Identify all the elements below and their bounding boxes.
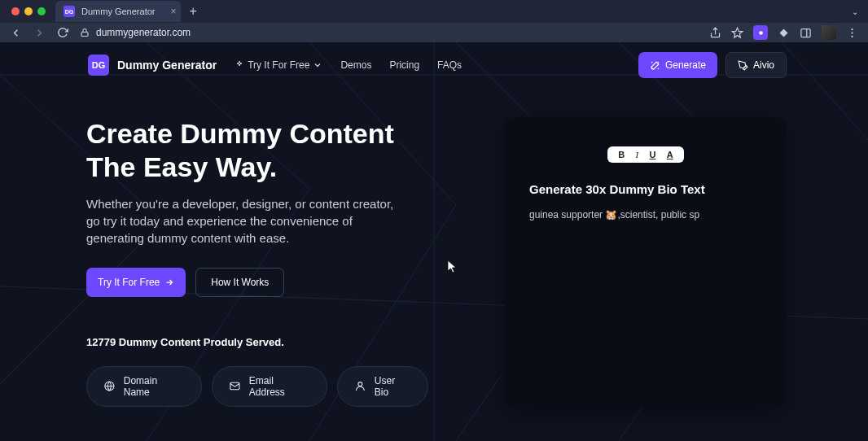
svg-point-9 [358,382,362,386]
hero-subtitle: Whether you're a developer, designer, or… [86,195,396,247]
try-free-button[interactable]: Try It For Free [86,268,186,297]
nav-faqs[interactable]: FAQs [437,59,462,71]
browser-chrome: DG Dummy Generator × + ⌄ dummygenerator.… [0,0,868,42]
menu-icon[interactable] [846,27,858,39]
extensions-icon[interactable] [778,27,790,39]
nav-pricing[interactable]: Pricing [389,59,419,71]
pen-icon [738,60,748,71]
tab-close-icon[interactable]: × [170,6,176,17]
back-button[interactable] [10,27,22,39]
generate-label: Generate [665,59,706,71]
extension-icon[interactable] [753,25,768,40]
panel-icon[interactable] [800,27,812,39]
pill-user-bio[interactable]: User Bio [337,366,428,407]
pill-email-label: Email Address [249,375,310,398]
nav-try-free[interactable]: Try It For Free [235,59,322,71]
bookmark-icon[interactable] [731,27,743,39]
logo[interactable]: DG Dummy Generator [88,55,217,76]
browser-actions [709,25,858,40]
generate-button[interactable]: Generate [638,52,717,78]
svg-rect-2 [801,28,810,37]
url-display[interactable]: dummygenerator.com [80,27,191,38]
pill-domain-name[interactable]: Domain Name [86,366,202,407]
pill-domain-label: Domain Name [124,375,185,398]
hero: Create Dummy Content The Easy Way. Wheth… [0,88,868,407]
format-toolbar: B I U A [607,146,684,163]
hero-title: Create Dummy Content The Easy Way. [86,117,428,184]
header-actions: Generate Aivio [638,52,787,78]
site-header: DG Dummy Generator Try It For Free Demos… [0,42,868,88]
nav-try-label: Try It For Free [248,59,309,71]
tab-title: Dummy Generator [81,7,155,16]
tab-favicon-icon: DG [64,6,75,17]
preview-card: B I U A Generate 30x Dummy Bio Text guin… [505,117,787,407]
stats-suffix: Dummy Content Produly Served. [116,336,284,348]
new-tab-button[interactable]: + [189,4,196,19]
reload-button[interactable] [57,27,68,38]
cursor-icon [448,260,458,277]
tab-bar: DG Dummy Generator × + ⌄ [0,0,868,23]
window-controls[interactable] [7,7,46,15]
svg-point-4 [851,28,853,30]
svg-point-5 [851,32,853,33]
pill-email-address[interactable]: Email Address [212,366,327,407]
wand-icon [650,60,660,71]
main-nav: Try It For Free Demos Pricing FAQs [235,59,462,71]
maximize-window-icon[interactable] [37,7,46,15]
sparkle-icon [235,60,244,70]
format-underline-button[interactable]: U [649,150,655,159]
logo-mark-icon: DG [88,55,109,76]
address-bar: dummygenerator.com [0,23,868,42]
mail-icon [229,380,241,392]
stats-line: 12779 Dummy Content Produly Served. [86,336,428,348]
svg-rect-0 [81,33,88,37]
nav-demos[interactable]: Demos [340,59,371,71]
close-window-icon[interactable] [11,7,20,15]
page: DG Dummy Generator Try It For Free Demos… [0,42,868,441]
share-icon[interactable] [709,27,721,39]
try-free-label: Try It For Free [98,277,160,288]
format-bold-button[interactable]: B [618,150,625,159]
globe-icon [103,380,116,392]
forward-button[interactable] [33,27,46,39]
chevron-down-icon [313,60,322,70]
svg-point-6 [851,35,853,37]
minimize-window-icon[interactable] [24,7,33,15]
stats-count: 12779 [86,336,116,348]
format-link-button[interactable]: A [667,150,673,159]
tabs-expand-icon[interactable]: ⌄ [852,7,858,16]
card-body-text: guinea supporter 🐹,scientist, public sp [529,209,762,220]
aivio-label: Aivio [753,59,774,71]
profile-avatar[interactable] [822,25,836,40]
hero-content: Create Dummy Content The Easy Way. Wheth… [86,117,428,407]
aivio-button[interactable]: Aivio [726,52,787,78]
pill-bio-label: User Bio [375,375,411,398]
browser-tab[interactable]: DG Dummy Generator × [55,1,181,22]
arrow-right-icon [164,277,174,287]
url-text: dummygenerator.com [96,27,191,38]
format-italic-button[interactable]: I [636,150,639,159]
lock-icon [80,28,90,37]
svg-point-1 [759,31,763,35]
user-icon [354,380,366,392]
logo-text: Dummy Generator [117,59,217,72]
card-title: Generate 30x Dummy Bio Text [529,182,762,196]
cta-row: Try It For Free How It Works [86,268,428,297]
category-pills: Domain Name Email Address User Bio [86,366,428,407]
how-it-works-button[interactable]: How It Works [195,268,284,297]
